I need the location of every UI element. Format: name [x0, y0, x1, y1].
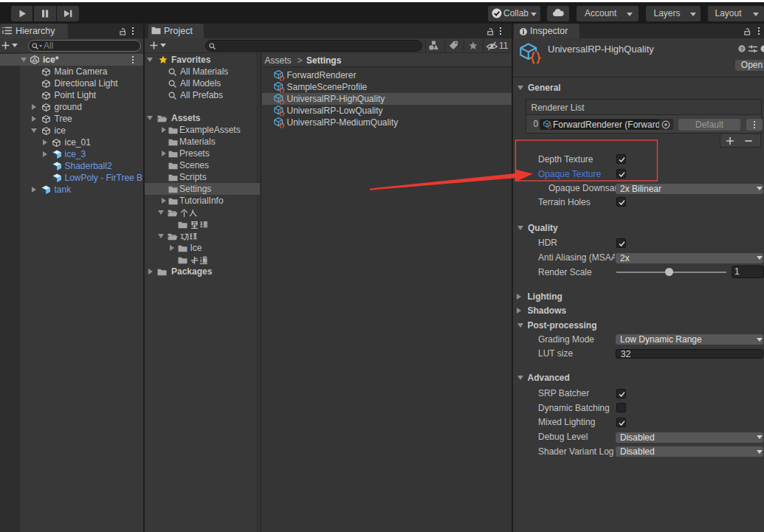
- svg-text:?: ?: [740, 46, 744, 52]
